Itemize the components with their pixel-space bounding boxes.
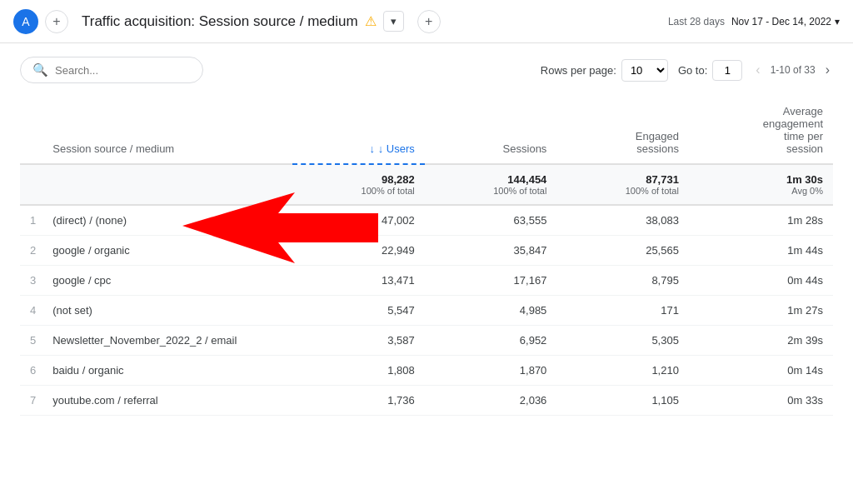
- table-row: 3 google / cpc 13,471 17,167 8,795 0m 44…: [20, 266, 833, 296]
- row-engaged-sessions: 1,105: [556, 386, 689, 416]
- col-header-avg-engagement: Averageengagementtime persession: [689, 97, 833, 164]
- row-num: 7: [20, 386, 42, 416]
- row-sessions: 2,036: [425, 386, 557, 416]
- total-engaged-sessions: 87,731 100% of total: [556, 164, 689, 205]
- total-avg-engagement: 1m 30s Avg 0%: [689, 164, 833, 205]
- dropdown-arrow-icon: ▾: [391, 15, 397, 27]
- row-source: youtube.com / referral: [42, 386, 292, 416]
- page-title: Traffic acquisition: Session source / me…: [82, 10, 668, 33]
- row-source: baidu / organic: [42, 356, 292, 386]
- row-sessions: 4,985: [425, 296, 557, 326]
- search-box[interactable]: 🔍: [20, 57, 203, 83]
- date-dropdown-icon: ▾: [835, 16, 840, 27]
- row-num: 6: [20, 356, 42, 386]
- row-avg-engagement: 0m 44s: [689, 266, 833, 296]
- prev-page-button[interactable]: ‹: [752, 61, 763, 79]
- controls-row: 🔍 Rows per page: 10 25 50 100 Go to: ‹ 1…: [20, 57, 833, 83]
- table-row: 2 google / organic 22,949 35,847 25,565 …: [20, 236, 833, 266]
- table-wrapper: Session source / medium ↓ ↓ Users Sessio…: [20, 97, 833, 416]
- row-sessions: 1,870: [425, 356, 557, 386]
- total-source: [42, 164, 292, 205]
- row-engaged-sessions: 8,795: [556, 266, 689, 296]
- row-num: 4: [20, 296, 42, 326]
- goto-box: Go to:: [678, 60, 742, 81]
- col-header-sessions: Sessions: [425, 97, 557, 164]
- table-row: 1 (direct) / (none) 47,002 63,555 38,083…: [20, 205, 833, 236]
- col-header-num: [20, 97, 42, 164]
- goto-label: Go to:: [678, 64, 707, 77]
- col-header-users[interactable]: ↓ ↓ Users: [292, 97, 425, 164]
- row-avg-engagement: 1m 44s: [689, 236, 833, 266]
- table-row: 5 Newsletter_November_2022_2 / email 3,5…: [20, 326, 833, 356]
- date-range-label: Last 28 days: [668, 16, 725, 27]
- row-avg-engagement: 0m 33s: [689, 386, 833, 416]
- row-users: 3,587: [292, 326, 425, 356]
- rows-per-page-select[interactable]: 10 25 50 100: [621, 59, 668, 82]
- row-source: google / organic: [42, 236, 292, 266]
- title-dropdown-button[interactable]: ▾: [383, 11, 404, 32]
- row-sessions: 17,167: [425, 266, 557, 296]
- row-engaged-sessions: 1,210: [556, 356, 689, 386]
- page-info: 1-10 of 33: [771, 64, 816, 76]
- row-source: google / cpc: [42, 266, 292, 296]
- table-row: 7 youtube.com / referral 1,736 2,036 1,1…: [20, 386, 833, 416]
- search-input[interactable]: [55, 64, 191, 77]
- row-users: 5,547: [292, 296, 425, 326]
- search-icon: 🔍: [32, 62, 48, 77]
- row-avg-engagement: 1m 27s: [689, 296, 833, 326]
- content-area: 🔍 Rows per page: 10 25 50 100 Go to: ‹ 1…: [0, 43, 853, 429]
- next-page-button[interactable]: ›: [822, 61, 833, 79]
- row-engaged-sessions: 38,083: [556, 205, 689, 236]
- total-num: [20, 164, 42, 205]
- date-range-value[interactable]: Nov 17 - Dec 14, 2022 ▾: [731, 16, 840, 27]
- total-row: 98,282 100% of total 144,454 100% of tot…: [20, 164, 833, 205]
- row-avg-engagement: 2m 39s: [689, 326, 833, 356]
- row-num: 1: [20, 205, 42, 236]
- goto-input[interactable]: [712, 60, 742, 81]
- total-sessions: 144,454 100% of total: [425, 164, 557, 205]
- row-source: Newsletter_November_2022_2 / email: [42, 326, 292, 356]
- col-header-engaged-sessions: Engagedsessions: [556, 97, 689, 164]
- add-widget-button[interactable]: +: [417, 10, 441, 33]
- row-users: 1,808: [292, 356, 425, 386]
- row-avg-engagement: 0m 14s: [689, 356, 833, 386]
- page-nav: ‹ 1-10 of 33 ›: [752, 61, 833, 79]
- row-sessions: 63,555: [425, 205, 557, 236]
- row-engaged-sessions: 25,565: [556, 236, 689, 266]
- rows-per-page-label: Rows per page:: [541, 64, 616, 77]
- pagination-controls: Rows per page: 10 25 50 100 Go to: ‹ 1-1…: [541, 59, 833, 82]
- row-num: 5: [20, 326, 42, 356]
- table-row: 4 (not set) 5,547 4,985 171 1m 27s: [20, 296, 833, 326]
- row-source: (not set): [42, 296, 292, 326]
- row-engaged-sessions: 5,305: [556, 326, 689, 356]
- col-header-source: Session source / medium: [42, 97, 292, 164]
- data-table: Session source / medium ↓ ↓ Users Sessio…: [20, 97, 833, 416]
- sort-down-icon: ↓: [370, 142, 378, 155]
- table-row: 6 baidu / organic 1,808 1,870 1,210 0m 1…: [20, 356, 833, 386]
- top-bar: A + Traffic acquisition: Session source …: [0, 0, 853, 43]
- row-avg-engagement: 1m 28s: [689, 205, 833, 236]
- warning-icon: ⚠: [365, 13, 377, 29]
- date-range: Last 28 days Nov 17 - Dec 14, 2022 ▾: [668, 16, 840, 27]
- rows-per-page: Rows per page: 10 25 50 100: [541, 59, 668, 82]
- row-sessions: 35,847: [425, 236, 557, 266]
- row-users: 22,949: [292, 236, 425, 266]
- row-users: 47,002: [292, 205, 425, 236]
- row-num: 3: [20, 266, 42, 296]
- total-users: 98,282 100% of total: [292, 164, 425, 205]
- row-engaged-sessions: 171: [556, 296, 689, 326]
- row-users: 1,736: [292, 386, 425, 416]
- row-sessions: 6,952: [425, 326, 557, 356]
- table-header-row: Session source / medium ↓ ↓ Users Sessio…: [20, 97, 833, 164]
- row-num: 2: [20, 236, 42, 266]
- avatar[interactable]: A: [13, 9, 38, 34]
- row-users: 13,471: [292, 266, 425, 296]
- page-title-text: Traffic acquisition: Session source / me…: [82, 13, 358, 30]
- add-tab-button[interactable]: +: [45, 10, 68, 33]
- row-source: (direct) / (none): [42, 205, 292, 236]
